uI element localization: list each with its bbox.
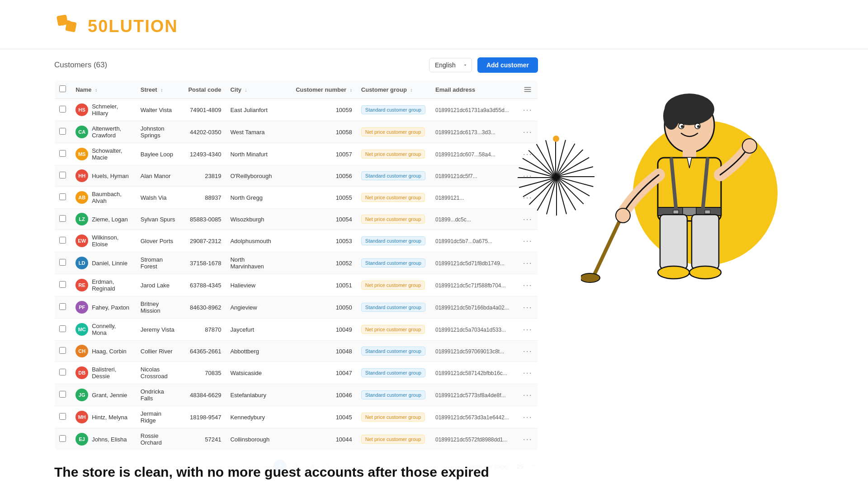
row-postal-cell: 57241 — [182, 428, 226, 450]
row-spacer-cell — [282, 230, 291, 252]
col-header-custnum[interactable]: Customer number ↕ — [291, 80, 357, 99]
row-actions-button[interactable]: ··· — [523, 435, 533, 444]
row-actions-button[interactable]: ··· — [523, 281, 533, 290]
row-checkbox-cell — [55, 362, 71, 384]
character-illustration — [581, 84, 771, 310]
row-select-checkbox[interactable] — [59, 369, 66, 375]
row-actions-button[interactable]: ··· — [523, 368, 533, 378]
row-name-cell: HS Schmeler, Hillary — [71, 99, 136, 121]
row-custnum-cell: 10053 — [291, 230, 357, 252]
col-header-street[interactable]: Street ↕ — [136, 80, 182, 99]
row-select-checkbox[interactable] — [59, 413, 66, 420]
avatar: MC — [75, 323, 88, 336]
burst-line — [555, 139, 556, 177]
col-header-city[interactable]: City ↓ — [226, 80, 282, 99]
row-custnum-cell: 10052 — [291, 252, 357, 274]
row-spacer-cell — [282, 121, 291, 143]
row-select-checkbox[interactable] — [59, 150, 66, 157]
customer-name: Balistreri, Dessie — [92, 366, 132, 380]
row-city-cell: Collinsborough — [226, 428, 282, 450]
column-settings-icon[interactable] — [523, 85, 533, 94]
row-postal-cell: 23819 — [182, 165, 226, 187]
row-actions-button[interactable]: ··· — [523, 413, 533, 422]
row-select-checkbox[interactable] — [59, 106, 66, 113]
row-select-checkbox[interactable] — [59, 303, 66, 310]
row-select-checkbox[interactable] — [59, 325, 66, 332]
row-custgroup-cell: Standard customer group — [357, 341, 431, 362]
row-actions-cell: ··· — [518, 209, 538, 230]
row-name-cell: MC Connelly, Mona — [71, 319, 136, 341]
name-cell: JG Grant, Jennie — [75, 389, 132, 401]
row-actions-button[interactable]: ··· — [523, 215, 533, 224]
row-custgroup-cell: Net price customer group — [357, 209, 431, 230]
avatar: MH — [75, 411, 88, 423]
row-actions-button[interactable]: ··· — [523, 303, 533, 312]
row-actions-button[interactable]: ··· — [523, 236, 533, 246]
customer-group-badge: Net price customer group — [361, 193, 425, 202]
customer-email: 01899121dc5773sf8a4de8f... — [435, 392, 505, 399]
select-all-header[interactable] — [55, 80, 71, 99]
row-select-checkbox[interactable] — [59, 391, 66, 398]
row-email-cell: 01899121dc597069013c8t... — [431, 341, 518, 362]
row-actions-cell: ··· — [518, 274, 538, 296]
row-custnum-cell: 10057 — [291, 143, 357, 165]
row-actions-cell: ··· — [518, 428, 538, 450]
row-actions-button[interactable]: ··· — [523, 325, 533, 334]
row-custgroup-cell: Standard customer group — [357, 165, 431, 187]
row-city-cell: Watsicaside — [226, 362, 282, 384]
row-actions-button[interactable]: ··· — [523, 390, 533, 400]
row-select-checkbox[interactable] — [59, 128, 66, 135]
select-all-checkbox[interactable] — [59, 85, 66, 92]
col-header-postal[interactable]: Postal code — [182, 80, 226, 99]
avatar: LZ — [75, 213, 88, 225]
row-select-checkbox[interactable] — [59, 347, 66, 354]
language-select[interactable]: English German — [429, 58, 472, 72]
main-content: Customers (63) English German Add custom… — [0, 57, 868, 473]
col-header-email[interactable]: Email address — [431, 80, 518, 99]
row-select-checkbox[interactable] — [59, 281, 66, 288]
name-cell: LD Daniel, Linnie — [75, 257, 132, 269]
row-actions-cell: ··· — [518, 384, 538, 406]
row-city-cell: North Gregg — [226, 187, 282, 209]
row-select-checkbox[interactable] — [59, 237, 66, 244]
row-city-cell: Wisozkburgh — [226, 209, 282, 230]
table-row: EW Wilkinson, Eloise Glover Ports29087-2… — [55, 230, 538, 252]
name-cell: CH Haag, Corbin — [75, 345, 132, 357]
row-spacer-cell — [282, 341, 291, 362]
row-spacer-cell — [282, 143, 291, 165]
col-header-name[interactable]: Name ↕ — [71, 80, 136, 99]
customer-email: 01899121dc5b7166bda4a02... — [435, 305, 509, 311]
row-select-checkbox[interactable] — [59, 193, 66, 200]
customer-group-badge: Net price customer group — [361, 325, 425, 334]
row-select-checkbox[interactable] — [59, 259, 66, 266]
row-name-cell: EW Wilkinson, Eloise — [71, 230, 136, 252]
row-select-checkbox[interactable] — [59, 215, 66, 222]
customer-name: Schowalter, Macie — [92, 147, 132, 161]
row-custgroup-cell: Net price customer group — [357, 274, 431, 296]
row-checkbox-cell — [55, 121, 71, 143]
add-customer-button[interactable]: Add customer — [477, 57, 538, 73]
row-postal-cell: 18198-9547 — [182, 406, 226, 428]
customer-group-badge: Net price customer group — [361, 150, 425, 159]
customer-group-badge: Standard customer group — [361, 390, 425, 399]
row-actions-button[interactable]: ··· — [523, 258, 533, 268]
customer-group-badge: Net price customer group — [361, 127, 425, 136]
row-spacer-cell — [282, 165, 291, 187]
row-name-cell: CA Altenwerth, Crawford — [71, 121, 136, 143]
customer-name: Johns, Elisha — [92, 436, 127, 443]
row-checkbox-cell — [55, 252, 71, 274]
table-row: RE Erdman, Reginald Jarod Lake63788-4345… — [55, 274, 538, 296]
row-spacer-cell — [282, 209, 291, 230]
row-select-checkbox[interactable] — [59, 172, 66, 178]
row-actions-cell: ··· — [518, 319, 538, 341]
col-header-custgroup[interactable]: Customer group ↕ — [357, 80, 431, 99]
row-actions-button[interactable]: ··· — [523, 347, 533, 356]
row-street-cell: Jarod Lake — [136, 274, 182, 296]
row-actions-cell: ··· — [518, 406, 538, 428]
row-city-cell: North Marvinhaven — [226, 252, 282, 274]
row-select-checkbox[interactable] — [59, 435, 66, 442]
bottom-caption: The store is clean, with no more guest a… — [0, 456, 868, 488]
table-row: HH Huels, Hyman Alan Manor23819O'Reillyb… — [55, 165, 538, 187]
table-row: HS Schmeler, Hillary Walter Vista74901-4… — [55, 99, 538, 121]
row-custgroup-cell: Standard customer group — [357, 99, 431, 121]
